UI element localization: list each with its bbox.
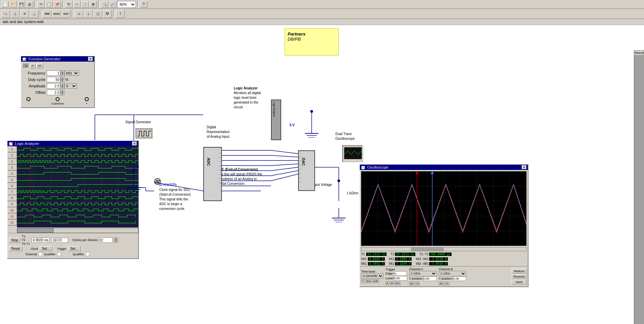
probe-btn[interactable]: 🔬 bbox=[30, 10, 39, 18]
osc-a-btn[interactable]: A bbox=[386, 281, 389, 285]
amp-input[interactable] bbox=[47, 83, 60, 89]
cut-btn[interactable]: ✂ bbox=[37, 1, 45, 8]
triangle-wave-btn[interactable]: /\/\ bbox=[36, 64, 43, 68]
fg-terminals: - Common + bbox=[23, 97, 92, 105]
square-wave-btn[interactable]: ⊓ bbox=[30, 64, 36, 68]
osc-chb-select[interactable]: 2 V/Div bbox=[439, 271, 466, 276]
osc-cha-select[interactable]: 2 V/Div bbox=[409, 271, 437, 276]
svg-line-45 bbox=[271, 167, 298, 171]
osc-ypos-a-input[interactable] bbox=[423, 276, 437, 281]
offset-arrows: ▲ ▼ bbox=[60, 90, 64, 95]
osc-timebase-select[interactable]: 0.10ms/div bbox=[361, 273, 383, 279]
copy-btn[interactable]: 📋 bbox=[45, 1, 53, 8]
resume-button[interactable]: Resume bbox=[634, 50, 644, 56]
source-btn[interactable]: M bbox=[103, 10, 112, 18]
func-gen-close[interactable]: × bbox=[88, 57, 93, 61]
osc-ypos-b-input[interactable] bbox=[453, 276, 466, 281]
rotate-btn[interactable]: ↻ bbox=[65, 1, 72, 8]
la-close[interactable]: × bbox=[132, 142, 137, 146]
clk5: conversion cycle. bbox=[159, 207, 191, 211]
la-stop-btn[interactable]: Stop bbox=[9, 238, 21, 243]
osc-close[interactable]: × bbox=[522, 165, 526, 169]
fg-minus-label: - bbox=[28, 102, 29, 105]
osc-t-btn[interactable]: T bbox=[361, 279, 365, 283]
la-set1-btn[interactable]: Set... bbox=[40, 246, 52, 251]
duty-cycle-row: Duty cycle ▲ ▼ % bbox=[23, 77, 92, 82]
osc-ypos-b-label: Y position bbox=[439, 277, 452, 280]
la-qualifier2-radio[interactable] bbox=[85, 252, 90, 256]
digit-btn[interactable]: DIGIT bbox=[62, 10, 70, 18]
osc-b-btn[interactable]: B bbox=[390, 281, 394, 285]
la-clocks-input[interactable] bbox=[99, 237, 112, 243]
la-set2-btn[interactable]: Set... bbox=[68, 246, 80, 251]
file-name: adc and dac system.ewb bbox=[3, 20, 44, 24]
osc-ab-btn[interactable]: A/B bbox=[373, 279, 379, 283]
osc-scrollbar[interactable] bbox=[361, 247, 526, 251]
mixed-btn[interactable]: MIXED bbox=[52, 10, 61, 18]
zoom-in-btn[interactable]: 🔍 bbox=[101, 1, 108, 8]
node-btn[interactable]: ⊥ bbox=[11, 10, 20, 18]
print-btn[interactable]: 🖨 bbox=[26, 1, 33, 8]
ground-btn[interactable]: ⏚ bbox=[84, 10, 93, 18]
clock-freq: 50 kHz/50% bbox=[159, 183, 177, 187]
la-clocks-down[interactable]: ▼ bbox=[114, 240, 118, 243]
offset-row: Offset ▲ ▼ bbox=[23, 90, 92, 95]
zoom-out-btn[interactable]: 🔎 bbox=[109, 1, 117, 8]
svg-rect-0 bbox=[17, 146, 138, 228]
la-clocks-up[interactable]: ▲ bbox=[114, 237, 118, 240]
flipv-btn[interactable]: ↕ bbox=[81, 1, 89, 8]
freq-unit[interactable]: HzkHzMHz bbox=[64, 70, 79, 76]
power-btn[interactable]: ◻ bbox=[94, 10, 102, 18]
la-qualifier-radio[interactable] bbox=[57, 252, 61, 256]
osc-ac-a-btn[interactable]: AC bbox=[409, 282, 415, 285]
osc-dc-b-btn[interactable]: D bbox=[445, 282, 449, 285]
bus-btn[interactable]: ≡ bbox=[20, 10, 29, 18]
duty-down[interactable]: ▼ bbox=[60, 80, 64, 82]
osc-save-btn[interactable]: Save bbox=[512, 280, 526, 284]
la-reset-btn[interactable]: Reset bbox=[9, 246, 22, 251]
osc-dc-a-btn[interactable]: U bbox=[416, 282, 420, 285]
osc-display-svg bbox=[361, 171, 526, 246]
sep5 bbox=[40, 10, 41, 17]
wire-btn[interactable]: ─┐ bbox=[1, 10, 10, 18]
osc-level-input[interactable] bbox=[394, 276, 407, 281]
scope-btn[interactable]: ⌇ bbox=[116, 10, 125, 18]
amp-up[interactable]: ▲ bbox=[60, 83, 64, 86]
amp-down[interactable]: ▼ bbox=[60, 86, 64, 89]
osc-reduce-btn[interactable]: Reduce bbox=[512, 269, 526, 274]
la-external-radio[interactable] bbox=[38, 252, 43, 256]
osc-edge-input[interactable] bbox=[393, 271, 407, 276]
offset-input[interactable] bbox=[47, 90, 60, 95]
osc-ba-btn[interactable]: B/A bbox=[366, 279, 372, 283]
osc-ext-btn[interactable]: Ext bbox=[395, 281, 401, 285]
duty-up[interactable]: ▲ bbox=[60, 77, 64, 80]
dual-osc-svg bbox=[343, 146, 363, 162]
custom-btn[interactable]: ☺ bbox=[75, 10, 83, 18]
help-btn[interactable]: ? bbox=[140, 1, 147, 8]
main-canvas: Resume Partners DB/PB 📊 Function Generat… bbox=[0, 25, 644, 324]
function-generator-window: 📊 Function Generator × ∿ ⊓ /\/\ Frequenc… bbox=[20, 56, 95, 108]
flip-btn[interactable]: ↔ bbox=[73, 1, 81, 8]
osc-ac-b-btn[interactable]: AC bbox=[439, 282, 444, 285]
offset-down[interactable]: ▼ bbox=[60, 92, 64, 95]
freq-down[interactable]: ▼ bbox=[60, 73, 64, 76]
open-btn[interactable]: 📂 bbox=[9, 1, 17, 8]
duty-input[interactable] bbox=[47, 77, 60, 82]
freq-up[interactable]: ▲ bbox=[60, 70, 64, 73]
sine-wave-btn[interactable]: ∿ bbox=[23, 64, 29, 68]
zoom-select[interactable]: 50%60%70%80%90%100% bbox=[117, 1, 136, 8]
freq-input[interactable] bbox=[47, 70, 60, 76]
func-gen-icon: 📊 bbox=[22, 58, 26, 61]
component-btn[interactable]: ⊞ bbox=[89, 1, 97, 8]
la-control-row3: External Qualifier Qualifier bbox=[9, 252, 137, 256]
offset-up[interactable]: ▲ bbox=[60, 90, 64, 92]
new-btn[interactable]: 📄 bbox=[1, 1, 9, 8]
osc-reverse-btn[interactable]: Reverse bbox=[512, 274, 526, 279]
la-scrollbar[interactable] bbox=[17, 228, 138, 233]
save-btn[interactable]: 💾 bbox=[18, 1, 25, 8]
amp-unit[interactable]: VmV bbox=[64, 83, 77, 89]
ana-btn[interactable]: ANA bbox=[43, 10, 51, 18]
toolbar-second: ─┐ ⊥ ≡ 🔬 ANA MIXED DIGIT ☺ ⏚ ◻ M ⌇ bbox=[0, 9, 644, 19]
la-t2-label: T2 bbox=[22, 238, 30, 242]
paste-btn[interactable]: 📌 bbox=[54, 1, 61, 8]
